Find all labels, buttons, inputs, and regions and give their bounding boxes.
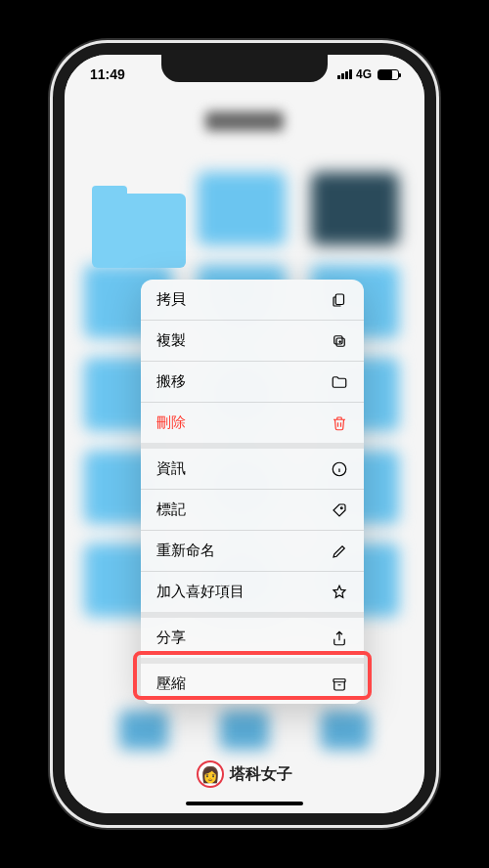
pencil-icon — [331, 542, 348, 560]
menu-label: 標記 — [156, 500, 186, 519]
copy-doc-icon — [331, 291, 348, 309]
svg-point-4 — [340, 506, 342, 508]
phone-frame: 11:49 4G 拷貝 複製 搬移 — [53, 43, 436, 825]
folder-icon — [331, 373, 348, 391]
network-label: 4G — [356, 67, 372, 81]
trash-icon — [331, 414, 348, 432]
menu-share[interactable]: 分享 — [141, 618, 364, 664]
home-indicator[interactable] — [186, 802, 303, 805]
status-right: 4G — [337, 67, 399, 81]
menu-rename[interactable]: 重新命名 — [141, 531, 364, 572]
menu-label: 重新命名 — [156, 542, 215, 560]
notch — [161, 55, 328, 82]
svg-rect-2 — [334, 335, 342, 343]
archive-icon — [331, 675, 348, 693]
duplicate-icon — [331, 332, 348, 350]
folder-icon — [92, 194, 186, 268]
watermark: 👩 塔科女子 — [197, 760, 292, 788]
menu-label: 分享 — [156, 629, 186, 647]
selected-folder[interactable] — [92, 194, 186, 268]
menu-label: 拷貝 — [156, 290, 186, 309]
menu-label: 加入喜好項目 — [156, 583, 244, 601]
signal-icon — [337, 69, 352, 79]
context-menu: 拷貝 複製 搬移 刪除 資訊 標記 重新命名 加入喜好項目 — [141, 280, 364, 704]
tag-icon — [331, 501, 348, 519]
share-icon — [331, 629, 348, 647]
menu-label: 複製 — [156, 331, 186, 350]
menu-label: 刪除 — [156, 413, 186, 432]
menu-label: 搬移 — [156, 372, 186, 391]
menu-tags[interactable]: 標記 — [141, 490, 364, 531]
menu-favorite[interactable]: 加入喜好項目 — [141, 572, 364, 618]
watermark-avatar-icon: 👩 — [197, 760, 224, 788]
menu-copy[interactable]: 拷貝 — [141, 280, 364, 321]
menu-label: 資訊 — [156, 459, 186, 478]
menu-compress[interactable]: 壓縮 — [141, 664, 364, 704]
menu-move[interactable]: 搬移 — [141, 362, 364, 403]
menu-info[interactable]: 資訊 — [141, 449, 364, 490]
star-icon — [331, 584, 348, 601]
battery-icon — [378, 69, 399, 80]
info-icon — [331, 460, 348, 478]
menu-duplicate[interactable]: 複製 — [141, 321, 364, 362]
watermark-text: 塔科女子 — [230, 764, 292, 785]
menu-delete[interactable]: 刪除 — [141, 403, 364, 449]
svg-rect-5 — [333, 678, 345, 681]
status-time: 11:49 — [90, 66, 125, 82]
svg-rect-0 — [335, 294, 343, 305]
menu-label: 壓縮 — [156, 674, 186, 693]
